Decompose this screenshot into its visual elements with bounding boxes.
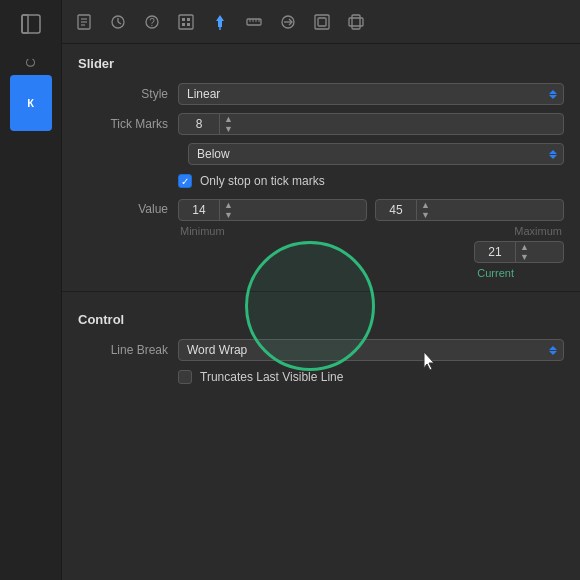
properties-panel: Slider Style Linear Tick Marks xyxy=(62,44,580,580)
sidebar: С К xyxy=(0,0,62,580)
minimum-label: Minimum xyxy=(180,225,225,237)
svg-rect-27 xyxy=(349,18,363,26)
current-arrows[interactable]: ▲ ▼ xyxy=(515,242,533,262)
minimum-arrows[interactable]: ▲ ▼ xyxy=(219,200,237,220)
sidebar-text: С xyxy=(23,56,38,67)
current-up[interactable]: ▲ xyxy=(516,242,533,252)
style-select[interactable]: Linear xyxy=(178,83,564,105)
svg-rect-0 xyxy=(22,15,40,33)
svg-rect-14 xyxy=(182,23,185,26)
grid-icon[interactable] xyxy=(172,8,200,36)
svg-rect-11 xyxy=(179,15,193,29)
svg-rect-13 xyxy=(187,18,190,21)
svg-rect-28 xyxy=(352,15,360,29)
tick-marks-stepper[interactable]: 8 ▲ ▼ xyxy=(178,113,564,135)
section-divider xyxy=(62,291,580,292)
help-icon[interactable]: ? xyxy=(138,8,166,36)
tick-position-row: Below xyxy=(62,139,580,169)
line-break-row: Line Break Word Wrap xyxy=(62,335,580,365)
truncates-row: Truncates Last Visible Line xyxy=(62,365,580,389)
maximum-arrows[interactable]: ▲ ▼ xyxy=(416,200,434,220)
layers-icon[interactable] xyxy=(308,8,336,36)
line-break-control: Word Wrap xyxy=(178,339,564,361)
sidebar-blue-block[interactable]: К xyxy=(10,75,52,131)
clock-icon[interactable] xyxy=(104,8,132,36)
rect-icon[interactable] xyxy=(342,8,370,36)
current-row: 21 ▲ ▼ xyxy=(178,241,564,263)
arrow-icon[interactable] xyxy=(274,8,302,36)
line-break-select[interactable]: Word Wrap xyxy=(178,339,564,361)
sidebar-panel-icon[interactable] xyxy=(11,4,51,44)
svg-text:?: ? xyxy=(149,17,155,28)
current-label-row: Current xyxy=(178,267,564,279)
tick-marks-up[interactable]: ▲ xyxy=(220,114,237,124)
tick-position-arrow xyxy=(549,150,557,159)
truncates-label: Truncates Last Visible Line xyxy=(200,370,343,384)
maximum-stepper[interactable]: 45 ▲ ▼ xyxy=(375,199,564,221)
maximum-down[interactable]: ▼ xyxy=(417,210,434,220)
maximum-label: Maximum xyxy=(514,225,562,237)
value-label: Value xyxy=(78,199,168,216)
svg-rect-25 xyxy=(315,15,329,29)
checkbox-row: ✓ Only stop on tick marks xyxy=(62,169,580,193)
maximum-up[interactable]: ▲ xyxy=(417,200,434,210)
ruler-icon[interactable] xyxy=(240,8,268,36)
tick-marks-row: Tick Marks 8 ▲ ▼ xyxy=(62,109,580,139)
minimum-up[interactable]: ▲ xyxy=(220,200,237,210)
style-row: Style Linear xyxy=(62,79,580,109)
tick-position-control: Below xyxy=(188,143,564,165)
style-control: Linear xyxy=(178,83,564,105)
tick-marks-value: 8 xyxy=(179,117,219,131)
svg-rect-15 xyxy=(187,23,190,26)
tick-marks-arrows[interactable]: ▲ ▼ xyxy=(219,114,237,134)
tick-position-select[interactable]: Below xyxy=(188,143,564,165)
maximum-value: 45 xyxy=(376,203,416,217)
style-label: Style xyxy=(78,87,168,101)
doc-icon[interactable] xyxy=(70,8,98,36)
minimum-value: 14 xyxy=(179,203,219,217)
tick-marks-control: 8 ▲ ▼ xyxy=(178,113,564,135)
value-inputs: 14 ▲ ▼ 45 ▲ ▼ xyxy=(178,199,564,279)
svg-rect-26 xyxy=(318,18,326,26)
tick-marks-label: Tick Marks xyxy=(78,117,168,131)
current-stepper[interactable]: 21 ▲ ▼ xyxy=(474,241,564,263)
svg-line-8 xyxy=(118,22,121,24)
line-break-arrow xyxy=(549,346,557,355)
svg-rect-1 xyxy=(22,15,28,33)
svg-marker-16 xyxy=(216,15,224,27)
only-stop-label: Only stop on tick marks xyxy=(200,174,325,188)
min-max-row: 14 ▲ ▼ 45 ▲ ▼ xyxy=(178,199,564,221)
style-select-arrow xyxy=(549,90,557,99)
current-value: 21 xyxy=(475,245,515,259)
line-break-label: Line Break xyxy=(78,343,168,357)
tick-marks-down[interactable]: ▼ xyxy=(220,124,237,134)
only-stop-checkbox[interactable]: ✓ xyxy=(178,174,192,188)
current-label: Current xyxy=(477,267,514,279)
svg-rect-12 xyxy=(182,18,185,21)
min-max-labels: Minimum Maximum xyxy=(178,225,564,237)
minimum-down[interactable]: ▼ xyxy=(220,210,237,220)
pin-icon[interactable] xyxy=(206,8,234,36)
slider-section-header: Slider xyxy=(62,44,580,79)
minimum-stepper[interactable]: 14 ▲ ▼ xyxy=(178,199,367,221)
main-area: ? xyxy=(62,0,580,580)
value-row: Value 14 ▲ ▼ 4 xyxy=(62,193,580,283)
truncates-checkbox[interactable] xyxy=(178,370,192,384)
current-down[interactable]: ▼ xyxy=(516,252,533,262)
control-section-header: Control xyxy=(62,300,580,335)
toolbar: ? xyxy=(62,0,580,44)
